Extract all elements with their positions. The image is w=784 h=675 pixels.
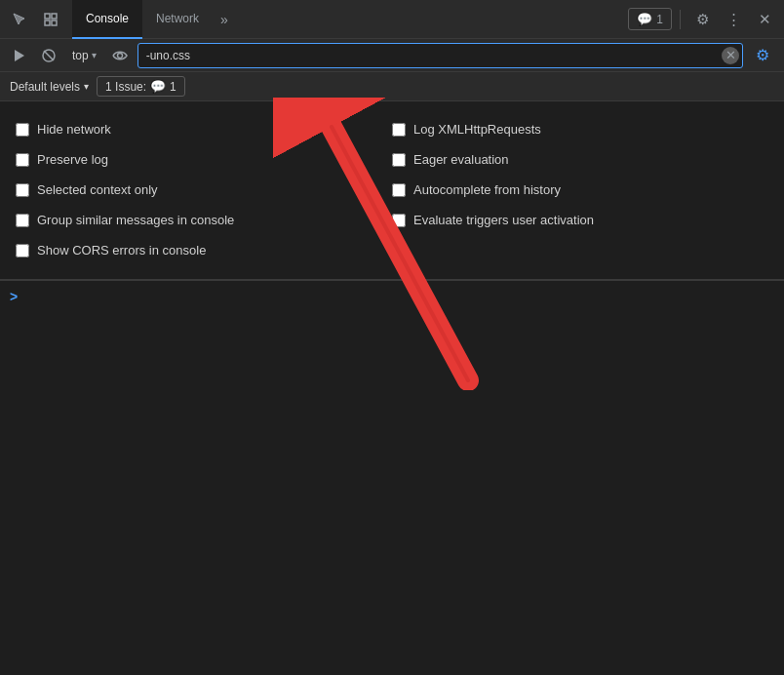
console-prompt: > xyxy=(10,289,18,304)
filter-input[interactable] xyxy=(137,43,743,68)
svg-rect-1 xyxy=(52,14,57,19)
tab-bar: Console Network » 💬 1 ⚙ ⋮ ✕ xyxy=(0,0,784,39)
gear-icon[interactable]: ⚙ xyxy=(688,6,716,33)
tab-console[interactable]: Console xyxy=(72,0,142,39)
inspect-icon[interactable] xyxy=(37,6,64,33)
levels-bar: Default levels ▾ 1 Issue: 💬 1 xyxy=(0,72,784,101)
dropdown-arrow: ▾ xyxy=(92,50,97,60)
checkbox-selected-context: Selected context only xyxy=(16,176,392,206)
checkbox-preserve-log: Preserve log xyxy=(16,145,392,176)
checkbox-cors-errors: Show CORS errors in console xyxy=(16,236,392,266)
group-similar-checkbox[interactable] xyxy=(16,214,29,227)
checkbox-hide-network: Hide network xyxy=(16,115,392,145)
tab-bar-right: 💬 1 ⚙ ⋮ ✕ xyxy=(628,6,778,33)
separator xyxy=(680,10,681,29)
checkboxes-right: Log XMLHttpRequests Eager evaluation Aut… xyxy=(392,115,768,265)
checkbox-autocomplete: Autocomplete from history xyxy=(392,176,768,206)
svg-rect-0 xyxy=(45,14,50,19)
issue-message-icon: 💬 xyxy=(150,79,166,94)
hide-network-checkbox[interactable] xyxy=(16,123,29,137)
checkboxes-left: Hide network Preserve log Selected conte… xyxy=(16,115,392,265)
eval-triggers-checkbox[interactable] xyxy=(392,214,406,227)
preserve-log-checkbox[interactable] xyxy=(16,153,29,167)
message-icon: 💬 xyxy=(637,12,652,26)
dots-icon[interactable]: ⋮ xyxy=(720,6,747,33)
svg-marker-4 xyxy=(15,50,24,61)
console-toolbar: top ▾ ✕ ⚙ xyxy=(0,39,784,72)
issue-badge-btn[interactable]: 💬 1 xyxy=(628,8,672,30)
tab-more-button[interactable]: » xyxy=(213,12,236,27)
eye-icon[interactable] xyxy=(108,44,132,67)
cursor-icon[interactable] xyxy=(6,6,33,33)
filter-clear-button[interactable]: ✕ xyxy=(722,47,739,64)
play-icon[interactable] xyxy=(8,44,31,67)
issue-count-badge[interactable]: 1 Issue: 💬 1 xyxy=(97,76,185,97)
tab-network[interactable]: Network xyxy=(142,0,213,39)
top-selector[interactable]: top ▾ xyxy=(66,47,102,64)
levels-arrow: ▾ xyxy=(84,81,89,92)
checkbox-group-similar: Group similar messages in console xyxy=(16,206,392,236)
console-settings-icon[interactable]: ⚙ xyxy=(749,42,776,69)
filter-input-wrap: ✕ xyxy=(137,43,743,68)
log-xhr-checkbox[interactable] xyxy=(392,123,406,137)
default-levels-button[interactable]: Default levels ▾ xyxy=(10,80,89,94)
cors-errors-checkbox[interactable] xyxy=(16,244,29,258)
checkbox-eval-triggers: Evaluate triggers user activation xyxy=(392,206,768,236)
console-area: > xyxy=(0,281,784,312)
eager-eval-checkbox[interactable] xyxy=(392,153,406,167)
svg-line-6 xyxy=(44,51,54,60)
autocomplete-checkbox[interactable] xyxy=(392,183,406,197)
settings-panel: Hide network Preserve log Selected conte… xyxy=(0,101,784,280)
block-icon[interactable] xyxy=(37,44,60,67)
checkbox-log-xhr: Log XMLHttpRequests xyxy=(392,115,768,145)
svg-rect-3 xyxy=(52,20,57,25)
devtools-icons xyxy=(6,6,64,33)
svg-rect-2 xyxy=(45,20,50,25)
selected-context-checkbox[interactable] xyxy=(16,183,29,197)
close-icon[interactable]: ✕ xyxy=(751,6,778,33)
svg-point-7 xyxy=(117,53,122,58)
checkbox-eager-eval: Eager evaluation xyxy=(392,145,768,176)
